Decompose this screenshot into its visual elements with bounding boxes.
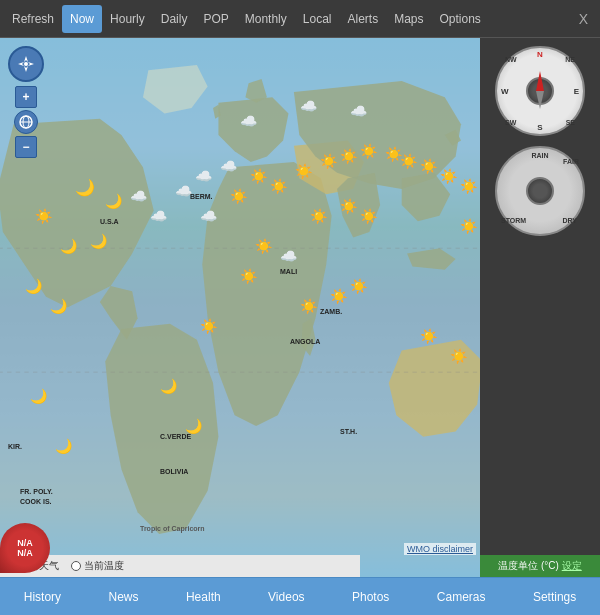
svg-marker-5	[24, 66, 28, 72]
world-map-svg	[0, 38, 480, 577]
badge-line1: N/A	[17, 538, 33, 548]
current-temp-dot	[71, 561, 81, 571]
alerts-button[interactable]: Alerts	[339, 5, 386, 33]
gauge-rain: RAIN	[531, 152, 548, 159]
nav-history[interactable]: History	[16, 586, 69, 608]
gauge-storm: STORM	[501, 217, 526, 224]
right-instruments-panel: N S E W NE NW SE SW 0 RAIN FAIR STORM DR…	[480, 38, 600, 555]
nav-videos[interactable]: Videos	[260, 586, 312, 608]
globe-icon[interactable]	[14, 110, 38, 134]
close-button[interactable]: X	[571, 5, 596, 33]
daily-button[interactable]: Daily	[153, 5, 196, 33]
pan-compass-icon[interactable]	[8, 46, 44, 82]
location-badge: N/A N/A	[0, 523, 50, 573]
svg-marker-6	[18, 62, 24, 66]
hourly-button[interactable]: Hourly	[102, 5, 153, 33]
compass-sw: SW	[505, 119, 516, 126]
map-controls: + −	[8, 46, 44, 158]
toolbar: Refresh Now Hourly Daily POP Monthly Loc…	[0, 0, 600, 38]
weather-gauge[interactable]: RAIN FAIR STORM DRY	[495, 146, 585, 236]
compass-se: SE	[566, 119, 575, 126]
compass-north: N	[537, 50, 543, 59]
nav-health[interactable]: Health	[178, 586, 229, 608]
options-button[interactable]: Options	[432, 5, 489, 33]
bottom-nav: History News Health Videos Photos Camera…	[0, 577, 600, 615]
temp-set-link[interactable]: 设定	[562, 559, 582, 573]
current-temp-label: 当前温度	[84, 559, 124, 573]
compass-south: S	[537, 123, 542, 132]
local-button[interactable]: Local	[295, 5, 340, 33]
temp-unit-label: 温度单位 (°C)	[498, 559, 559, 573]
nav-settings[interactable]: Settings	[525, 586, 584, 608]
pop-button[interactable]: POP	[195, 5, 236, 33]
nav-news[interactable]: News	[101, 586, 147, 608]
compass[interactable]: N S E W NE NW SE SW 0	[495, 46, 585, 136]
refresh-button[interactable]: Refresh	[4, 5, 62, 33]
monthly-button[interactable]: Monthly	[237, 5, 295, 33]
map-area[interactable]: Tropic of Capricorn +	[0, 38, 480, 577]
gauge-dry: DRY	[562, 217, 577, 224]
compass-bg: N S E W NE NW SE SW 0	[495, 46, 585, 136]
radio-bar: 当前天气 当前温度	[0, 555, 360, 577]
gauge-fair: FAIR	[563, 158, 579, 165]
svg-marker-4	[28, 62, 34, 66]
nav-photos[interactable]: Photos	[344, 586, 397, 608]
temp-unit-bar: 温度单位 (°C) 设定	[480, 555, 600, 577]
badge-line2: N/A	[17, 548, 33, 558]
wmo-disclaimer-link[interactable]: WMO disclaimer	[404, 543, 476, 555]
main-content: Tropic of Capricorn +	[0, 38, 600, 577]
compass-east: E	[574, 87, 579, 96]
zoom-out-button[interactable]: −	[15, 136, 37, 158]
maps-button[interactable]: Maps	[386, 5, 431, 33]
compass-west: W	[501, 87, 509, 96]
current-temp-radio[interactable]: 当前温度	[71, 559, 124, 573]
gauge-needle	[526, 177, 554, 205]
gauge-bg: RAIN FAIR STORM DRY	[495, 146, 585, 236]
compass-nw: NW	[505, 56, 517, 63]
now-button[interactable]: Now	[62, 5, 102, 33]
compass-ne: NE	[565, 56, 575, 63]
svg-marker-3	[24, 56, 28, 62]
zoom-in-button[interactable]: +	[15, 86, 37, 108]
svg-point-7	[24, 62, 28, 66]
disclaimer-bar: WMO disclaimer	[0, 543, 480, 555]
nav-cameras[interactable]: Cameras	[429, 586, 494, 608]
